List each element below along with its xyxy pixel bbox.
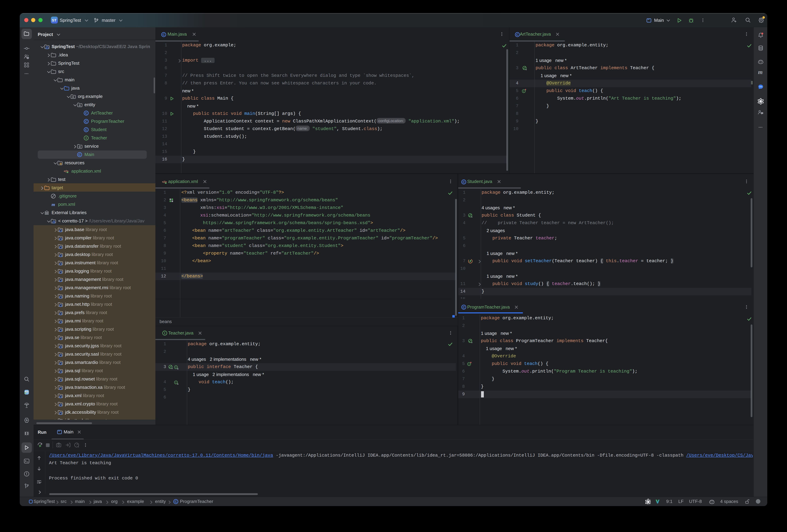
svg-text:C: C [78,153,81,157]
svg-text:C: C [175,500,177,504]
svg-text:I: I [469,362,469,365]
svg-text:I: I [164,331,165,335]
svg-text:C: C [463,306,465,309]
svg-text:I: I [176,366,176,369]
svg-text:?: ? [27,57,28,59]
svg-text:C: C [163,33,165,36]
svg-text:m: m [51,202,55,207]
svg-text:C: C [463,180,465,184]
svg-text:I: I [176,381,176,384]
svg-text:C: C [85,111,87,115]
svg-text:I: I [524,90,524,92]
svg-text:C: C [85,128,87,132]
svg-text:I: I [86,136,86,140]
svg-text:C: C [516,33,518,36]
svg-text:C: C [85,120,87,123]
